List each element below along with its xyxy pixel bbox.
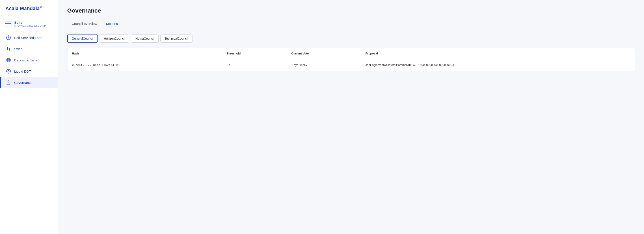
hash-value: 0xce4f......84dc11462b33 — [72, 63, 114, 66]
reg-symbol: © — [40, 6, 42, 9]
svg-point-3 — [7, 58, 10, 60]
filter-homa-council[interactable]: HomaCouncil — [131, 34, 158, 42]
svg-point-4 — [8, 70, 9, 72]
swap-icon — [6, 46, 11, 51]
sidebar-item-label: Deposit & Earn — [14, 58, 37, 62]
col-hash: Hash — [68, 48, 222, 59]
sidebar-nav: Self Serviced Loan Swap Deposit & Earn — [0, 32, 58, 234]
sidebar-item-label: Self Serviced Loan — [14, 36, 42, 40]
logo-area: Acala Mandala© — [0, 6, 58, 18]
cell-threshold: 2 / 3 — [222, 59, 287, 71]
tabs-bar: Council overview Motions — [67, 20, 635, 28]
sidebar-item-liquid-dot[interactable]: Liquid DOT — [0, 66, 58, 77]
account-area[interactable]: Bette 5HQWx9......zWZ27nGVYjgh — [0, 18, 58, 30]
copy-icon[interactable]: ⧉ — [116, 63, 118, 67]
page-title: Governance — [67, 7, 635, 14]
sidebar-item-governance[interactable]: Governance — [0, 77, 58, 88]
dot-icon — [6, 69, 11, 74]
account-icon — [4, 20, 12, 28]
cell-current-vote: 1 aye, 0 nay — [287, 59, 361, 71]
cell-proposal: cdpEngine:setCollateralParams(XBTC,,,,15… — [361, 59, 635, 71]
account-name: Bette — [14, 21, 46, 24]
filter-general-council[interactable]: GeneralCouncil — [67, 34, 98, 42]
sidebar-item-deposit-earn[interactable]: Deposit & Earn — [0, 54, 58, 66]
col-current-vote: Current Vote — [287, 48, 361, 59]
col-proposal: Proposal — [361, 48, 635, 59]
svg-rect-5 — [8, 82, 8, 82]
svg-rect-0 — [5, 22, 11, 26]
account-address: 5HQWx9......zWZ27nGVYjgh — [14, 24, 46, 27]
sidebar: Acala Mandala© Bette 5HQWx9......zWZ27nG… — [0, 0, 58, 234]
app-logo: Acala Mandala© — [6, 6, 42, 11]
loan-icon — [6, 35, 11, 40]
hash-cell: 0xce4f......84dc11462b33 ⧉ — [72, 63, 218, 67]
svg-rect-6 — [9, 82, 9, 82]
sidebar-item-self-serviced-loan[interactable]: Self Serviced Loan — [0, 32, 58, 43]
motions-table: Hash Threshold Current Vote Proposal 0xc… — [68, 48, 635, 71]
sidebar-item-label: Liquid DOT — [14, 70, 31, 73]
council-filters: GeneralCouncil HonzonCouncil HomaCouncil… — [67, 34, 635, 42]
deposit-icon — [6, 58, 11, 62]
sidebar-item-label: Swap — [14, 47, 23, 51]
sidebar-item-swap[interactable]: Swap — [0, 43, 58, 54]
tab-motions[interactable]: Motions — [102, 20, 122, 28]
sidebar-item-label: Governance — [14, 81, 32, 84]
filter-technical-council[interactable]: TechnicalCouncil — [160, 34, 192, 42]
governance-icon — [6, 80, 11, 85]
filter-honzon-council[interactable]: HonzonCouncil — [100, 34, 130, 42]
motions-table-container: Hash Threshold Current Vote Proposal 0xc… — [67, 48, 635, 71]
main-content: Governance Council overview Motions Gene… — [58, 0, 644, 234]
app-name: Acala Mandala — [6, 6, 40, 11]
table-row: 0xce4f......84dc11462b33 ⧉ 2 / 3 1 aye, … — [68, 59, 635, 71]
cell-hash: 0xce4f......84dc11462b33 ⧉ — [68, 59, 222, 71]
tab-council-overview[interactable]: Council overview — [67, 20, 102, 28]
table-header-row: Hash Threshold Current Vote Proposal — [68, 48, 635, 59]
col-threshold: Threshold — [222, 48, 287, 59]
